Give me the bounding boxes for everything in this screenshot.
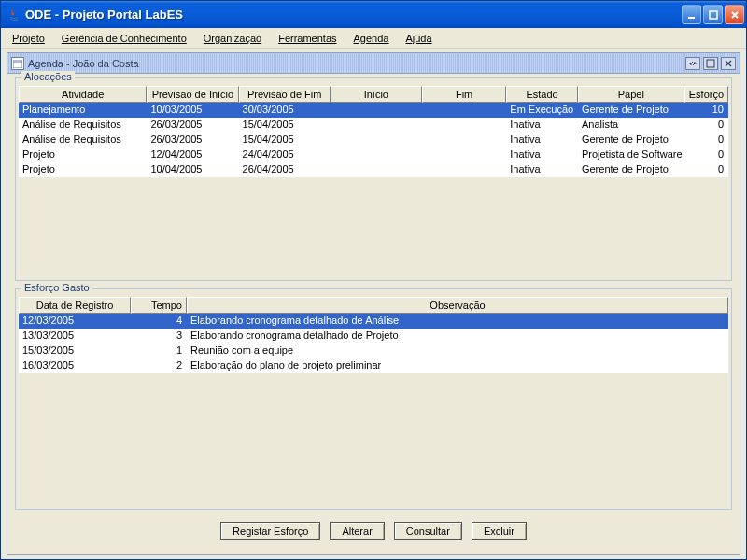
cell: 10/03/2005 — [147, 103, 238, 118]
table-row[interactable]: Planejamento10/03/200530/03/2005Em Execu… — [19, 103, 728, 118]
cell: 0 — [684, 133, 728, 147]
internal-titlebar[interactable]: Agenda - João da Costa — [7, 53, 740, 74]
cell: Reunião com a equipe — [187, 343, 728, 358]
table-row[interactable]: 12/03/20054Elaborando cronograma detalha… — [19, 314, 728, 329]
cell: Projeto — [19, 162, 147, 177]
cell: Projetista de Software — [578, 147, 684, 162]
internal-maximize-button[interactable] — [703, 57, 718, 70]
cell: Em Execução — [506, 103, 578, 118]
cell: 13/03/2005 — [19, 329, 131, 343]
cell — [331, 147, 422, 162]
minimize-button[interactable] — [682, 5, 701, 24]
cell: 24/04/2005 — [239, 147, 331, 162]
cell: Inativa — [506, 162, 578, 177]
table-row[interactable]: 16/03/20052Elaboração do plano de projet… — [19, 358, 728, 373]
cell: 26/03/2005 — [147, 118, 238, 133]
cell — [422, 103, 506, 118]
alterar-button[interactable]: Alterar — [330, 522, 384, 540]
cell: Projeto — [19, 147, 147, 162]
cell: Inativa — [506, 118, 578, 133]
maximize-button[interactable] — [703, 5, 723, 24]
col-data-registro[interactable]: Data de Registro — [19, 297, 131, 314]
table-row[interactable]: 15/03/20051Reunião com a equipe — [19, 343, 728, 358]
cell: 1 — [131, 343, 187, 358]
col-fim[interactable]: Fim — [422, 86, 506, 103]
app-window: ODE - Projeto Portal LabES Projeto Gerên… — [0, 0, 747, 560]
col-inicio[interactable]: Início — [331, 86, 422, 103]
internal-close-button[interactable] — [721, 57, 736, 70]
cell: 0 — [684, 118, 728, 133]
cell: 12/03/2005 — [19, 314, 131, 329]
window-title: ODE - Projeto Portal LabES — [25, 7, 682, 21]
cell: Planejamento — [19, 103, 147, 118]
table-row[interactable]: Análise de Requisitos26/03/200515/04/200… — [19, 133, 728, 147]
cell: 15/04/2005 — [239, 133, 331, 147]
registrar-esforco-button[interactable]: Registar Esforço — [220, 522, 320, 540]
cell: Análise de Requisitos — [19, 118, 147, 133]
cell: Análise de Requisitos — [19, 133, 147, 147]
alocacoes-legend: Alocações — [21, 71, 75, 82]
cell: 30/03/2005 — [239, 103, 331, 118]
cell: 12/04/2005 — [147, 147, 238, 162]
table-row[interactable]: Projeto12/04/200524/04/2005InativaProjet… — [19, 147, 728, 162]
cell — [422, 118, 506, 133]
cell: 10/04/2005 — [147, 162, 238, 177]
col-atividade[interactable]: Atividade — [19, 86, 147, 103]
cell: 4 — [131, 314, 187, 329]
menu-gerencia[interactable]: Gerência de Conhecimento — [54, 31, 194, 46]
button-bar: Registar Esforço Alterar Consultar Exclu… — [15, 517, 732, 549]
esforco-header: Data de Registro Tempo Observação — [19, 297, 728, 314]
internal-iconify-button[interactable] — [685, 57, 700, 70]
cell — [331, 118, 422, 133]
table-row[interactable]: Projeto10/04/200526/04/2005InativaGerent… — [19, 162, 728, 177]
cell — [331, 162, 422, 177]
cell: 15/03/2005 — [19, 343, 131, 358]
cell — [331, 103, 422, 118]
alocacoes-body: Planejamento10/03/200530/03/2005Em Execu… — [19, 103, 728, 277]
internal-title: Agenda - João da Costa — [28, 58, 685, 69]
excluir-button[interactable]: Excluir — [472, 522, 527, 540]
menu-ferramentas[interactable]: Ferramentas — [271, 31, 344, 46]
menu-organizacao[interactable]: Organização — [196, 31, 269, 46]
cell: Gerente de Projeto — [578, 103, 684, 118]
titlebar[interactable]: ODE - Projeto Portal LabES — [1, 1, 746, 28]
cell: Gerente de Projeto — [578, 162, 684, 177]
esforco-legend: Esforço Gasto — [21, 282, 92, 293]
close-button[interactable] — [725, 5, 744, 24]
col-estado[interactable]: Estado — [506, 86, 578, 103]
col-tempo[interactable]: Tempo — [131, 297, 187, 314]
col-papel[interactable]: Papel — [578, 86, 684, 103]
table-row[interactable]: Análise de Requisitos26/03/200515/04/200… — [19, 118, 728, 133]
cell — [422, 162, 506, 177]
cell — [422, 133, 506, 147]
agenda-icon — [11, 57, 24, 70]
menu-projeto[interactable]: Projeto — [5, 31, 52, 46]
cell: Gerente de Projeto — [578, 133, 684, 147]
col-esforco[interactable]: Esforço — [684, 86, 728, 103]
content-area: Alocações Atividade Previsão de Início P… — [7, 74, 740, 554]
table-row[interactable]: 13/03/20053Elaborando cronograma detalha… — [19, 329, 728, 343]
cell: Elaborando cronograma detalhado de Análi… — [187, 314, 728, 329]
internal-window: Agenda - João da Costa Alocações Ativida… — [7, 52, 740, 555]
cell: Inativa — [506, 133, 578, 147]
cell: 10 — [684, 103, 728, 118]
cell: 2 — [131, 358, 187, 373]
esforco-body: 12/03/20054Elaborando cronograma detalha… — [19, 314, 728, 506]
consultar-button[interactable]: Consultar — [394, 522, 462, 540]
col-prev-fim[interactable]: Previsão de Fim — [239, 86, 331, 103]
svg-rect-2 — [13, 61, 22, 68]
cell — [422, 147, 506, 162]
cell: 0 — [684, 162, 728, 177]
svg-rect-4 — [707, 60, 714, 67]
menu-ajuda[interactable]: Ajuda — [398, 31, 439, 46]
esforco-group: Esforço Gasto Data de Registro Tempo Obs… — [15, 288, 732, 510]
alocacoes-header: Atividade Previsão de Início Previsão de… — [19, 86, 728, 103]
cell: 26/03/2005 — [147, 133, 238, 147]
cell: Inativa — [506, 147, 578, 162]
col-observacao[interactable]: Observação — [187, 297, 728, 314]
cell: 15/04/2005 — [239, 118, 331, 133]
col-prev-inicio[interactable]: Previsão de Início — [147, 86, 238, 103]
menu-agenda[interactable]: Agenda — [346, 31, 397, 46]
svg-rect-0 — [688, 17, 695, 19]
cell: Elaboração do plano de projeto prelimina… — [187, 358, 728, 373]
